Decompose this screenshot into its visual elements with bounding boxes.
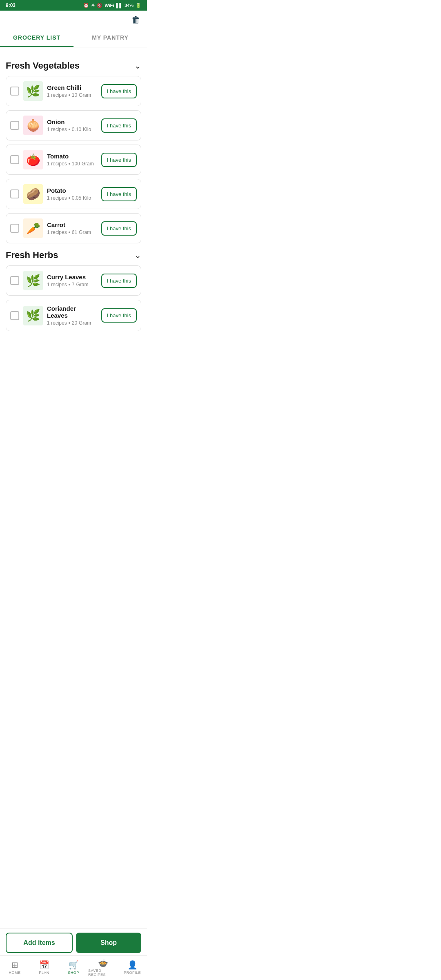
info-potato: Potato 1 recipes 0.05 Kilo xyxy=(47,187,97,201)
meta-carrot: 1 recipes 61 Gram xyxy=(47,229,97,235)
section-fresh-vegetables-title: Fresh Vegetables xyxy=(6,60,80,71)
have-this-btn-tomato[interactable]: I have this xyxy=(101,153,137,167)
section-fresh-vegetables-header: Fresh Vegetables ⌄ xyxy=(6,60,141,71)
trash-icon[interactable]: 🗑 xyxy=(131,15,140,25)
image-carrot: 🥕 xyxy=(23,218,43,238)
have-this-btn-carrot[interactable]: I have this xyxy=(101,221,137,236)
info-green-chilli: Green Chilli 1 recipes 10 Gram xyxy=(47,84,97,98)
checkbox-green-chilli[interactable] xyxy=(10,87,19,96)
have-this-btn-coriander-leaves[interactable]: I have this xyxy=(101,308,137,323)
alarm-icon: ⏰ xyxy=(83,3,89,8)
dot xyxy=(69,284,70,285)
meta-curry-leaves: 1 recipes 7 Gram xyxy=(47,282,97,287)
item-onion: 🧅 Onion 1 recipes 0.10 Kilo I have this xyxy=(6,110,141,140)
info-coriander-leaves: Coriander Leaves 1 recipes 20 Gram xyxy=(47,305,97,326)
signal-icon: ▌▌ xyxy=(116,3,122,8)
tabs: GROCERY LIST MY PANTRY xyxy=(0,29,147,47)
name-green-chilli: Green Chilli xyxy=(47,84,97,91)
info-carrot: Carrot 1 recipes 61 Gram xyxy=(47,221,97,235)
have-this-btn-green-chilli[interactable]: I have this xyxy=(101,84,137,98)
image-potato: 🥔 xyxy=(23,184,43,204)
meta-potato: 1 recipes 0.05 Kilo xyxy=(47,195,97,201)
info-onion: Onion 1 recipes 0.10 Kilo xyxy=(47,118,97,132)
status-bar: 9:03 ⏰ ✳ 🔇 WiFi ▌▌ 34% 🔋 xyxy=(0,0,147,11)
checkbox-tomato[interactable] xyxy=(10,155,19,164)
name-curry-leaves: Curry Leaves xyxy=(47,274,97,281)
item-carrot: 🥕 Carrot 1 recipes 61 Gram I have this xyxy=(6,213,141,243)
dot xyxy=(69,129,70,130)
item-potato: 🥔 Potato 1 recipes 0.05 Kilo I have this xyxy=(6,179,141,209)
checkbox-coriander-leaves[interactable] xyxy=(10,311,19,320)
meta-green-chilli: 1 recipes 10 Gram xyxy=(47,92,97,98)
chevron-down-icon-fresh-vegetables[interactable]: ⌄ xyxy=(134,61,141,71)
wifi-icon: WiFi xyxy=(105,3,114,8)
checkbox-onion[interactable] xyxy=(10,121,19,130)
meta-onion: 1 recipes 0.10 Kilo xyxy=(47,127,97,132)
name-coriander-leaves: Coriander Leaves xyxy=(47,305,97,319)
dot xyxy=(69,163,70,165)
name-onion: Onion xyxy=(47,118,97,125)
battery-icon: 🔋 xyxy=(136,3,141,8)
info-tomato: Tomato 1 recipes 100 Gram xyxy=(47,153,97,167)
name-potato: Potato xyxy=(47,187,97,194)
header: 🗑 xyxy=(0,11,147,25)
mute-icon: 🔇 xyxy=(97,3,102,8)
image-tomato: 🍅 xyxy=(23,150,43,169)
image-green-chilli: 🌿 xyxy=(23,81,43,101)
checkbox-potato[interactable] xyxy=(10,189,19,198)
image-coriander-leaves: 🌿 xyxy=(23,306,43,325)
chevron-down-icon-fresh-herbs[interactable]: ⌄ xyxy=(134,250,141,260)
tab-my-pantry[interactable]: MY PANTRY xyxy=(74,29,147,47)
item-curry-leaves: 🌿 Curry Leaves 1 recipes 7 Gram I have t… xyxy=(6,265,141,296)
have-this-btn-onion[interactable]: I have this xyxy=(101,118,137,133)
item-tomato: 🍅 Tomato 1 recipes 100 Gram I have this xyxy=(6,145,141,175)
item-coriander-leaves: 🌿 Coriander Leaves 1 recipes 20 Gram I h… xyxy=(6,300,141,331)
have-this-btn-potato[interactable]: I have this xyxy=(101,187,137,201)
dot xyxy=(69,197,70,199)
dot xyxy=(69,232,70,233)
info-curry-leaves: Curry Leaves 1 recipes 7 Gram xyxy=(47,274,97,287)
status-time: 9:03 xyxy=(6,2,16,8)
have-this-btn-curry-leaves[interactable]: I have this xyxy=(101,274,137,288)
image-onion: 🧅 xyxy=(23,116,43,135)
tab-grocery-list[interactable]: GROCERY LIST xyxy=(0,29,74,47)
section-fresh-herbs-title: Fresh Herbs xyxy=(6,250,58,261)
section-fresh-herbs-header: Fresh Herbs ⌄ xyxy=(6,250,141,261)
meta-coriander-leaves: 1 recipes 20 Gram xyxy=(47,320,97,326)
content: Fresh Vegetables ⌄ 🌿 Green Chilli 1 reci… xyxy=(0,47,147,368)
dot xyxy=(69,94,70,96)
dot xyxy=(69,322,70,324)
battery-text: 34% xyxy=(125,3,134,8)
checkbox-curry-leaves[interactable] xyxy=(10,276,19,285)
bluetooth-icon: ✳ xyxy=(91,3,95,8)
status-icons: ⏰ ✳ 🔇 WiFi ▌▌ 34% 🔋 xyxy=(83,3,141,8)
checkbox-carrot[interactable] xyxy=(10,224,19,233)
item-green-chilli: 🌿 Green Chilli 1 recipes 10 Gram I have … xyxy=(6,76,141,106)
name-carrot: Carrot xyxy=(47,221,97,228)
name-tomato: Tomato xyxy=(47,153,97,160)
image-curry-leaves: 🌿 xyxy=(23,271,43,290)
meta-tomato: 1 recipes 100 Gram xyxy=(47,161,97,167)
